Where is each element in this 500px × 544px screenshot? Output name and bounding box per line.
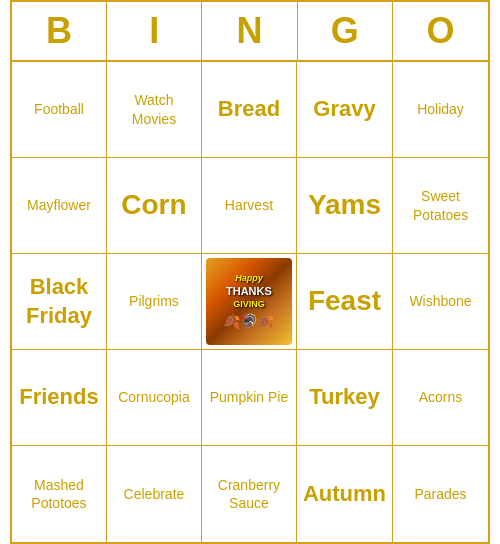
bingo-cell-14: Wishbone [393, 254, 488, 350]
bingo-cell-23: Autumn [297, 446, 393, 542]
header-letter-o: O [393, 2, 488, 60]
bingo-cell-4: Holiday [393, 62, 488, 158]
bingo-cell-12: Happy THANKS GIVING 🍂🦃🍂 [202, 254, 297, 350]
header-letter-b: B [12, 2, 107, 60]
bingo-cell-22: Cranberry Sauce [202, 446, 297, 542]
bingo-cell-21: Celebrate [107, 446, 202, 542]
bingo-cell-17: Pumpkin Pie [202, 350, 297, 446]
bingo-cell-1: Watch Movies [107, 62, 202, 158]
bingo-cell-16: Cornucopia [107, 350, 202, 446]
bingo-cell-7: Harvest [202, 158, 297, 254]
header-letter-n: N [202, 2, 297, 60]
header-letter-i: I [107, 2, 202, 60]
bingo-cell-13: Feast [297, 254, 393, 350]
bingo-cell-20: Mashed Pototoes [12, 446, 107, 542]
header-letter-g: G [298, 2, 393, 60]
bingo-cell-8: Yams [297, 158, 393, 254]
bingo-cell-19: Acorns [393, 350, 488, 446]
bingo-cell-18: Turkey [297, 350, 393, 446]
bingo-cell-2: Bread [202, 62, 297, 158]
bingo-cell-5: Mayflower [12, 158, 107, 254]
bingo-cell-0: Football [12, 62, 107, 158]
bingo-cell-11: Pilgrims [107, 254, 202, 350]
bingo-cell-3: Gravy [297, 62, 393, 158]
bingo-cell-15: Friends [12, 350, 107, 446]
bingo-cell-24: Parades [393, 446, 488, 542]
bingo-grid: FootballWatch MoviesBreadGravyHolidayMay… [12, 62, 488, 542]
bingo-cell-9: Sweet Potatoes [393, 158, 488, 254]
bingo-cell-10: Black Friday [12, 254, 107, 350]
bingo-card: BINGO FootballWatch MoviesBreadGravyHoli… [10, 0, 490, 544]
bingo-header: BINGO [12, 2, 488, 62]
bingo-cell-6: Corn [107, 158, 202, 254]
